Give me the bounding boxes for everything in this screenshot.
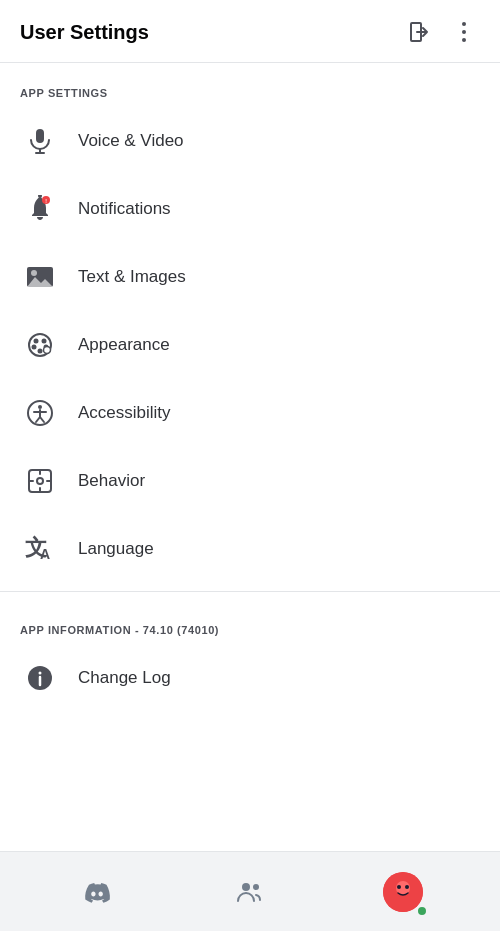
app-info-label: APP INFORMATION - 74.10 (74010) (0, 600, 500, 644)
svg-point-15 (42, 339, 47, 344)
svg-point-38 (242, 883, 250, 891)
svg-point-14 (34, 339, 39, 344)
menu-label-accessibility: Accessibility (78, 403, 171, 423)
accessibility-icon (20, 393, 60, 433)
app-settings-section: APP SETTINGS Voice & Video ! Notificatio… (0, 63, 500, 583)
svg-point-28 (38, 479, 42, 483)
svg-point-12 (31, 270, 37, 276)
menu-label-language: Language (78, 539, 154, 559)
nav-home-button[interactable] (72, 867, 122, 917)
svg-point-7 (38, 195, 42, 198)
menu-item-change-log[interactable]: Change Log (0, 644, 500, 712)
language-icon: 文 A (20, 529, 60, 569)
svg-point-1 (462, 22, 466, 26)
app-info-section: APP INFORMATION - 74.10 (74010) Change L… (0, 600, 500, 712)
nav-friends-button[interactable] (225, 867, 275, 917)
menu-label-notifications: Notifications (78, 199, 171, 219)
menu-label-voice-video: Voice & Video (78, 131, 184, 151)
image-icon (20, 257, 60, 297)
behavior-icon (20, 461, 60, 501)
menu-item-notifications[interactable]: ! Notifications (0, 175, 500, 243)
svg-text:A: A (40, 546, 50, 562)
menu-item-behavior[interactable]: Behavior (0, 447, 500, 515)
menu-item-accessibility[interactable]: Accessibility (0, 379, 500, 447)
svg-rect-4 (36, 129, 44, 143)
menu-label-appearance: Appearance (78, 335, 170, 355)
palette-icon (20, 325, 60, 365)
app-settings-label: APP SETTINGS (0, 63, 500, 107)
svg-point-39 (253, 884, 259, 890)
svg-point-16 (32, 345, 37, 350)
svg-point-43 (405, 885, 409, 889)
bell-icon: ! (20, 189, 60, 229)
section-divider (0, 591, 500, 592)
status-indicator (416, 905, 428, 917)
menu-label-behavior: Behavior (78, 471, 145, 491)
bottom-navigation (0, 851, 500, 931)
menu-item-voice-video[interactable]: Voice & Video (0, 107, 500, 175)
svg-point-2 (462, 30, 466, 34)
svg-point-19 (44, 347, 51, 354)
menu-item-language[interactable]: 文 A Language (0, 515, 500, 583)
menu-label-text-images: Text & Images (78, 267, 186, 287)
page-title: User Settings (20, 21, 149, 44)
nav-profile-button[interactable] (378, 867, 428, 917)
menu-item-text-images[interactable]: Text & Images (0, 243, 500, 311)
svg-point-36 (39, 672, 42, 675)
svg-point-21 (38, 405, 42, 409)
menu-label-change-log: Change Log (78, 668, 171, 688)
header-actions (404, 16, 480, 48)
more-menu-button[interactable] (448, 16, 480, 48)
svg-line-25 (40, 417, 44, 422)
microphone-icon (20, 121, 60, 161)
info-icon (20, 658, 60, 698)
menu-item-appearance[interactable]: Appearance (0, 311, 500, 379)
svg-point-18 (38, 349, 43, 354)
logout-button[interactable] (404, 16, 436, 48)
svg-point-42 (397, 885, 401, 889)
header: User Settings (0, 0, 500, 63)
svg-point-3 (462, 38, 466, 42)
